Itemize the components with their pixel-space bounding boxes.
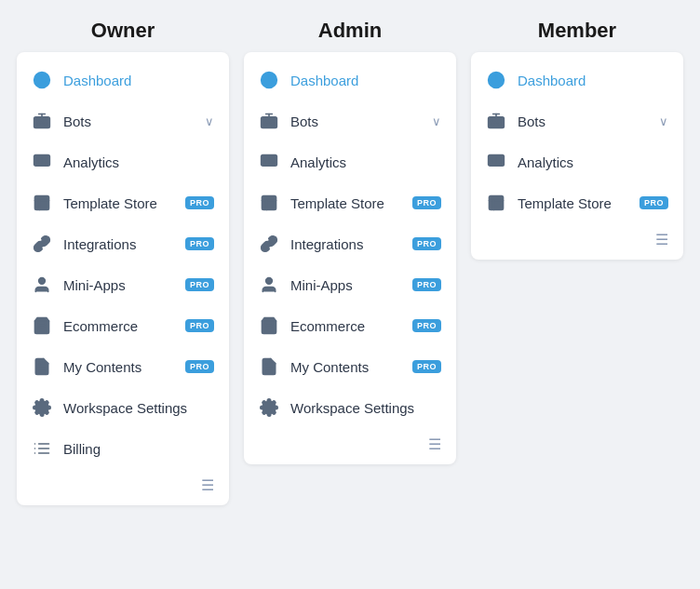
sidebar-item-analytics[interactable]: Analytics [244, 141, 456, 182]
column-admin: AdminDashboardBots∨AnalyticsTemplate Sto… [244, 19, 456, 464]
miniapps-icon [259, 274, 279, 295]
dashboard-icon [259, 70, 279, 90]
sidebar-label-analytics: Analytics [518, 154, 668, 170]
svg-rect-24 [262, 196, 276, 210]
sidebar-item-workspace-settings[interactable]: Workspace Settings [17, 387, 229, 428]
sidebar-owner: DashboardBots∨AnalyticsTemplate StorePRO… [17, 52, 229, 505]
sidebar-item-template-store[interactable]: Template StorePRO [17, 182, 229, 223]
bots-icon [259, 111, 279, 131]
sidebar-label-analytics: Analytics [63, 154, 214, 170]
sidebar-item-workspace-settings[interactable]: Workspace Settings [244, 387, 456, 428]
hamburger-row: ☰ [17, 469, 229, 498]
hamburger-icon[interactable]: ☰ [655, 231, 668, 248]
hamburger-row: ☰ [244, 428, 456, 457]
contents-icon [32, 356, 52, 377]
sidebar-item-bots[interactable]: Bots∨ [244, 100, 456, 141]
sidebar-item-ecommerce[interactable]: EcommercePRO [244, 305, 456, 346]
pro-badge: PRO [412, 278, 441, 291]
column-title-member: Member [538, 19, 616, 43]
sidebar-item-bots[interactable]: Bots∨ [17, 100, 229, 141]
svg-point-34 [491, 121, 494, 124]
pro-badge: PRO [185, 319, 214, 332]
sidebar-item-analytics[interactable]: Analytics [17, 141, 229, 182]
sidebar-label-dashboard: Dashboard [63, 73, 214, 88]
analytics-icon [259, 152, 279, 172]
sidebar-item-integrations[interactable]: IntegrationsPRO [17, 223, 229, 264]
dashboard-icon [32, 70, 52, 90]
pro-badge: PRO [185, 360, 214, 373]
template-icon [32, 193, 52, 213]
hamburger-icon[interactable]: ☰ [201, 476, 214, 494]
column-member: MemberDashboardBots∨AnalyticsTemplate St… [471, 19, 683, 260]
pro-badge: PRO [639, 196, 668, 209]
sidebar-label-template-store: Template Store [63, 195, 174, 211]
sidebar-label-template-store: Template Store [290, 195, 401, 211]
sidebar-label-mini-apps: Mini-Apps [290, 277, 401, 293]
template-icon [486, 193, 506, 213]
column-title-owner: Owner [91, 19, 155, 43]
sidebar-item-dashboard[interactable]: Dashboard [244, 60, 456, 100]
pro-badge: PRO [412, 360, 441, 373]
sidebar-member: DashboardBots∨AnalyticsTemplate StorePRO… [471, 52, 683, 260]
svg-point-8 [39, 278, 46, 285]
chevron-down-icon: ∨ [432, 114, 441, 128]
dashboard-icon [486, 70, 506, 90]
pro-badge: PRO [412, 319, 441, 332]
sidebar-admin: DashboardBots∨AnalyticsTemplate StorePRO… [244, 52, 456, 464]
contents-icon [259, 356, 279, 377]
sidebar-label-analytics: Analytics [290, 154, 441, 170]
svg-point-27 [266, 278, 273, 285]
sidebar-label-my-contents: My Contents [63, 359, 174, 375]
column-owner: OwnerDashboardBots∨AnalyticsTemplate Sto… [17, 19, 229, 505]
sidebar-item-my-contents[interactable]: My ContentsPRO [17, 346, 229, 387]
sidebar-item-mini-apps[interactable]: Mini-AppsPRO [17, 264, 229, 305]
svg-rect-37 [490, 196, 504, 210]
sidebar-item-template-store[interactable]: Template StorePRO [244, 182, 456, 223]
sidebar-label-mini-apps: Mini-Apps [63, 277, 174, 293]
sidebar-label-bots: Bots [518, 114, 648, 129]
sidebar-item-analytics[interactable]: Analytics [471, 141, 683, 182]
svg-point-3 [44, 121, 47, 124]
sidebar-label-integrations: Integrations [290, 236, 401, 252]
svg-point-2 [37, 121, 40, 124]
svg-point-22 [271, 121, 274, 124]
ecommerce-icon [259, 315, 279, 336]
settings-icon [259, 397, 279, 418]
sidebar-label-template-store: Template Store [518, 195, 628, 211]
pro-badge: PRO [185, 237, 214, 250]
integrations-icon [259, 234, 279, 254]
analytics-icon [32, 152, 52, 172]
sidebar-label-bots: Bots [63, 114, 194, 129]
sidebar-item-dashboard[interactable]: Dashboard [471, 60, 683, 100]
analytics-icon [486, 152, 506, 172]
sidebar-label-integrations: Integrations [63, 236, 174, 252]
template-icon [259, 193, 279, 213]
sidebar-item-mini-apps[interactable]: Mini-AppsPRO [244, 264, 456, 305]
miniapps-icon [32, 274, 52, 295]
sidebar-item-dashboard[interactable]: Dashboard [17, 60, 229, 100]
ecommerce-icon [32, 315, 52, 336]
pro-badge: PRO [412, 237, 441, 250]
billing-icon [32, 438, 52, 459]
svg-rect-20 [262, 117, 277, 128]
sidebar-label-my-contents: My Contents [290, 359, 401, 375]
sidebar-item-billing[interactable]: Billing [17, 428, 229, 469]
integrations-icon [32, 234, 52, 254]
sidebar-label-dashboard: Dashboard [518, 73, 668, 88]
column-title-admin: Admin [318, 19, 382, 43]
sidebar-item-bots[interactable]: Bots∨ [471, 100, 683, 141]
sidebar-label-bots: Bots [290, 114, 421, 129]
sidebar-item-integrations[interactable]: IntegrationsPRO [244, 223, 456, 264]
pro-badge: PRO [185, 196, 214, 209]
sidebar-label-billing: Billing [63, 441, 214, 457]
svg-point-35 [498, 121, 501, 124]
pro-badge: PRO [412, 196, 441, 209]
sidebar-item-template-store[interactable]: Template StorePRO [471, 182, 683, 223]
sidebar-item-ecommerce[interactable]: EcommercePRO [17, 305, 229, 346]
sidebar-item-my-contents[interactable]: My ContentsPRO [244, 346, 456, 387]
pro-badge: PRO [185, 278, 214, 291]
hamburger-icon[interactable]: ☰ [428, 435, 441, 453]
sidebar-label-dashboard: Dashboard [290, 73, 441, 88]
bots-icon [486, 111, 506, 131]
chevron-down-icon: ∨ [659, 114, 668, 128]
